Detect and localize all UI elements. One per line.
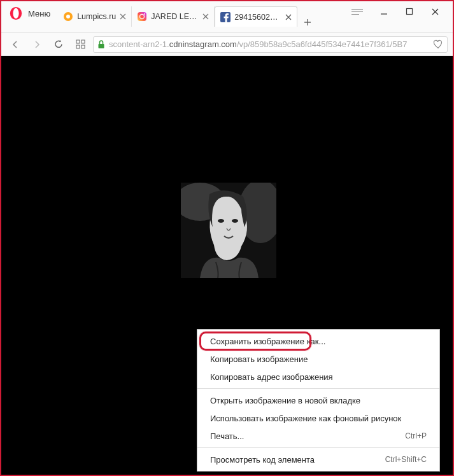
displayed-image[interactable] — [181, 183, 276, 278]
window-controls — [346, 0, 454, 22]
facebook-favicon-icon — [220, 12, 231, 22]
tab-strip: Lumpics.ru JARED LETO ( 29415602_67 — [58, 0, 346, 27]
back-button[interactable] — [6, 36, 24, 53]
maximize-button[interactable] — [397, 1, 422, 22]
cm-print[interactable]: Печать...Ctrl+P — [197, 427, 439, 445]
svg-point-3 — [66, 15, 70, 18]
tab-label: Lumpics.ru — [77, 12, 116, 21]
maximize-icon — [406, 8, 413, 15]
reload-button[interactable] — [50, 36, 67, 53]
svg-rect-12 — [82, 45, 85, 48]
tab-lumpics[interactable]: Lumpics.ru — [58, 6, 132, 27]
url-input[interactable]: scontent-arn2-1.cdninstagram.com/vp/859b… — [93, 36, 448, 53]
tab-label: JARED LETO ( — [151, 12, 199, 21]
cm-copy-image[interactable]: Копировать изображение — [197, 350, 439, 368]
new-tab-button[interactable] — [297, 18, 318, 27]
svg-point-17 — [218, 219, 224, 223]
minimize-icon — [380, 8, 388, 15]
close-window-button[interactable] — [422, 1, 448, 22]
tab-instagram[interactable]: JARED LETO ( — [132, 6, 215, 27]
svg-rect-10 — [82, 40, 85, 43]
opera-logo-icon — [9, 6, 23, 20]
cm-copy-image-address[interactable]: Копировать адрес изображения — [197, 368, 439, 386]
cm-use-as-wallpaper[interactable]: Использовать изображение как фоновый рис… — [197, 409, 439, 427]
heart-icon[interactable] — [433, 39, 443, 50]
close-icon — [431, 8, 439, 16]
close-icon[interactable] — [202, 13, 209, 20]
address-bar: scontent-arn2-1.cdninstagram.com/vp/859b… — [0, 33, 454, 56]
forward-button[interactable] — [28, 36, 46, 53]
cm-separator — [197, 447, 439, 448]
chevron-right-icon — [32, 40, 41, 49]
svg-rect-11 — [76, 45, 80, 48]
svg-rect-8 — [407, 9, 413, 15]
svg-point-6 — [144, 13, 145, 15]
title-bar: Меню Lumpics.ru JARED LETO ( 29415602_67 — [0, 0, 454, 33]
lock-icon — [97, 40, 105, 49]
svg-rect-4 — [138, 12, 146, 21]
svg-rect-9 — [76, 40, 80, 43]
cm-save-image-as[interactable]: Сохранить изображение как... — [197, 332, 439, 350]
photo-content-icon — [181, 183, 276, 278]
plus-icon — [303, 18, 312, 27]
minimize-button[interactable] — [371, 1, 397, 22]
close-icon[interactable] — [120, 13, 126, 20]
tab-facebook-cdn[interactable]: 29415602_67 — [215, 6, 297, 27]
svg-rect-13 — [99, 44, 104, 48]
menu-button[interactable]: Меню — [0, 0, 58, 20]
grid-icon — [76, 39, 85, 49]
menu-label: Меню — [28, 9, 50, 18]
speed-dial-button[interactable] — [71, 36, 89, 53]
instagram-favicon-icon — [137, 11, 147, 22]
viewport: Сохранить изображение как... Копировать … — [1, 56, 453, 475]
lumpics-favicon-icon — [63, 11, 73, 22]
chevron-left-icon — [11, 40, 20, 49]
close-icon[interactable] — [285, 14, 292, 20]
tab-label: 29415602_67 — [234, 13, 281, 22]
reload-icon — [54, 39, 64, 49]
cm-inspect-element[interactable]: Просмотреть код элементаCtrl+Shift+C — [197, 451, 439, 468]
svg-point-18 — [232, 219, 238, 223]
sidebar-toggle-icon — [351, 9, 363, 15]
context-menu: Сохранить изображение как... Копировать … — [197, 329, 440, 472]
collapse-button[interactable] — [346, 1, 371, 22]
url-text: scontent-arn2-1.cdninstagram.com/vp/859b… — [109, 39, 429, 49]
svg-point-1 — [13, 8, 18, 19]
cm-separator — [197, 388, 439, 389]
cm-open-image-new-tab[interactable]: Открыть изображение в новой вкладке — [197, 391, 439, 409]
